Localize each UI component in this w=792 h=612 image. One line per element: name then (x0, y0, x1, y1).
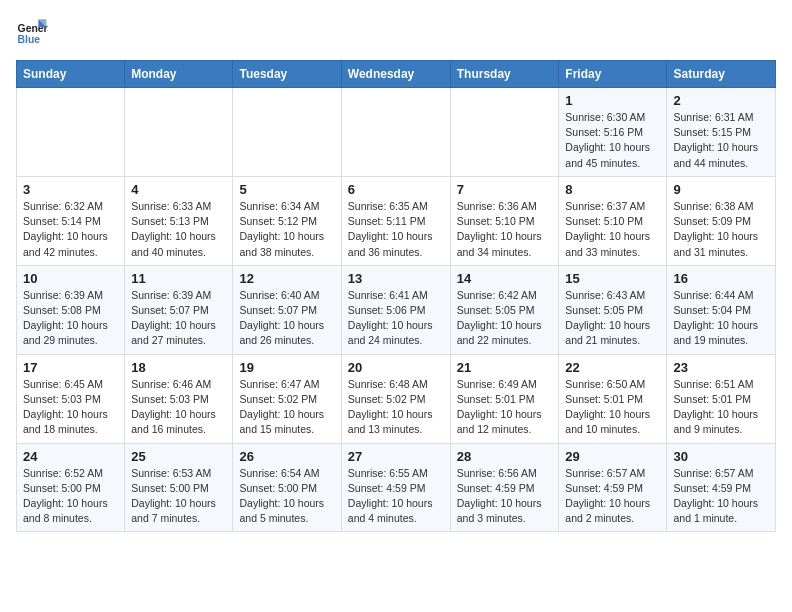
day-number: 13 (348, 271, 444, 286)
calendar-day-cell: 7Sunrise: 6:36 AM Sunset: 5:10 PM Daylig… (450, 176, 559, 265)
calendar-day-cell: 24Sunrise: 6:52 AM Sunset: 5:00 PM Dayli… (17, 443, 125, 532)
day-info: Sunrise: 6:42 AM Sunset: 5:05 PM Dayligh… (457, 288, 553, 349)
day-info: Sunrise: 6:41 AM Sunset: 5:06 PM Dayligh… (348, 288, 444, 349)
day-number: 18 (131, 360, 226, 375)
day-number: 16 (673, 271, 769, 286)
day-number: 9 (673, 182, 769, 197)
calendar-week-row: 17Sunrise: 6:45 AM Sunset: 5:03 PM Dayli… (17, 354, 776, 443)
day-number: 22 (565, 360, 660, 375)
calendar-table: SundayMondayTuesdayWednesdayThursdayFrid… (16, 60, 776, 532)
day-info: Sunrise: 6:47 AM Sunset: 5:02 PM Dayligh… (239, 377, 334, 438)
logo-icon: General Blue (16, 16, 48, 48)
weekday-header-cell: Tuesday (233, 61, 341, 88)
calendar-day-cell (233, 88, 341, 177)
calendar-day-cell: 8Sunrise: 6:37 AM Sunset: 5:10 PM Daylig… (559, 176, 667, 265)
weekday-header-row: SundayMondayTuesdayWednesdayThursdayFrid… (17, 61, 776, 88)
calendar-day-cell: 2Sunrise: 6:31 AM Sunset: 5:15 PM Daylig… (667, 88, 776, 177)
day-number: 30 (673, 449, 769, 464)
calendar-day-cell: 25Sunrise: 6:53 AM Sunset: 5:00 PM Dayli… (125, 443, 233, 532)
calendar-day-cell: 4Sunrise: 6:33 AM Sunset: 5:13 PM Daylig… (125, 176, 233, 265)
calendar-day-cell: 28Sunrise: 6:56 AM Sunset: 4:59 PM Dayli… (450, 443, 559, 532)
day-info: Sunrise: 6:34 AM Sunset: 5:12 PM Dayligh… (239, 199, 334, 260)
day-info: Sunrise: 6:57 AM Sunset: 4:59 PM Dayligh… (673, 466, 769, 527)
header: General Blue (16, 16, 776, 48)
day-info: Sunrise: 6:30 AM Sunset: 5:16 PM Dayligh… (565, 110, 660, 171)
day-number: 14 (457, 271, 553, 286)
day-number: 11 (131, 271, 226, 286)
day-number: 12 (239, 271, 334, 286)
day-info: Sunrise: 6:36 AM Sunset: 5:10 PM Dayligh… (457, 199, 553, 260)
day-info: Sunrise: 6:49 AM Sunset: 5:01 PM Dayligh… (457, 377, 553, 438)
calendar-day-cell: 12Sunrise: 6:40 AM Sunset: 5:07 PM Dayli… (233, 265, 341, 354)
day-number: 28 (457, 449, 553, 464)
day-number: 7 (457, 182, 553, 197)
day-info: Sunrise: 6:48 AM Sunset: 5:02 PM Dayligh… (348, 377, 444, 438)
calendar-day-cell: 16Sunrise: 6:44 AM Sunset: 5:04 PM Dayli… (667, 265, 776, 354)
day-info: Sunrise: 6:52 AM Sunset: 5:00 PM Dayligh… (23, 466, 118, 527)
calendar-day-cell: 9Sunrise: 6:38 AM Sunset: 5:09 PM Daylig… (667, 176, 776, 265)
day-info: Sunrise: 6:40 AM Sunset: 5:07 PM Dayligh… (239, 288, 334, 349)
logo: General Blue (16, 16, 48, 48)
day-number: 26 (239, 449, 334, 464)
calendar-day-cell: 21Sunrise: 6:49 AM Sunset: 5:01 PM Dayli… (450, 354, 559, 443)
day-number: 2 (673, 93, 769, 108)
weekday-header-cell: Friday (559, 61, 667, 88)
day-info: Sunrise: 6:54 AM Sunset: 5:00 PM Dayligh… (239, 466, 334, 527)
calendar-day-cell: 27Sunrise: 6:55 AM Sunset: 4:59 PM Dayli… (341, 443, 450, 532)
calendar-day-cell: 11Sunrise: 6:39 AM Sunset: 5:07 PM Dayli… (125, 265, 233, 354)
calendar-day-cell: 10Sunrise: 6:39 AM Sunset: 5:08 PM Dayli… (17, 265, 125, 354)
calendar-day-cell: 30Sunrise: 6:57 AM Sunset: 4:59 PM Dayli… (667, 443, 776, 532)
day-info: Sunrise: 6:50 AM Sunset: 5:01 PM Dayligh… (565, 377, 660, 438)
day-number: 10 (23, 271, 118, 286)
calendar-day-cell: 13Sunrise: 6:41 AM Sunset: 5:06 PM Dayli… (341, 265, 450, 354)
day-number: 24 (23, 449, 118, 464)
day-info: Sunrise: 6:31 AM Sunset: 5:15 PM Dayligh… (673, 110, 769, 171)
day-info: Sunrise: 6:51 AM Sunset: 5:01 PM Dayligh… (673, 377, 769, 438)
calendar-day-cell: 20Sunrise: 6:48 AM Sunset: 5:02 PM Dayli… (341, 354, 450, 443)
day-number: 19 (239, 360, 334, 375)
svg-text:Blue: Blue (18, 34, 41, 45)
day-number: 21 (457, 360, 553, 375)
day-number: 6 (348, 182, 444, 197)
day-info: Sunrise: 6:32 AM Sunset: 5:14 PM Dayligh… (23, 199, 118, 260)
day-info: Sunrise: 6:55 AM Sunset: 4:59 PM Dayligh… (348, 466, 444, 527)
calendar-day-cell: 23Sunrise: 6:51 AM Sunset: 5:01 PM Dayli… (667, 354, 776, 443)
day-info: Sunrise: 6:38 AM Sunset: 5:09 PM Dayligh… (673, 199, 769, 260)
weekday-header-cell: Saturday (667, 61, 776, 88)
day-number: 1 (565, 93, 660, 108)
day-number: 27 (348, 449, 444, 464)
day-info: Sunrise: 6:37 AM Sunset: 5:10 PM Dayligh… (565, 199, 660, 260)
calendar-week-row: 24Sunrise: 6:52 AM Sunset: 5:00 PM Dayli… (17, 443, 776, 532)
calendar-day-cell: 29Sunrise: 6:57 AM Sunset: 4:59 PM Dayli… (559, 443, 667, 532)
calendar-week-row: 3Sunrise: 6:32 AM Sunset: 5:14 PM Daylig… (17, 176, 776, 265)
calendar-day-cell (17, 88, 125, 177)
day-info: Sunrise: 6:56 AM Sunset: 4:59 PM Dayligh… (457, 466, 553, 527)
calendar-day-cell: 5Sunrise: 6:34 AM Sunset: 5:12 PM Daylig… (233, 176, 341, 265)
day-info: Sunrise: 6:57 AM Sunset: 4:59 PM Dayligh… (565, 466, 660, 527)
day-info: Sunrise: 6:44 AM Sunset: 5:04 PM Dayligh… (673, 288, 769, 349)
calendar-day-cell: 6Sunrise: 6:35 AM Sunset: 5:11 PM Daylig… (341, 176, 450, 265)
day-info: Sunrise: 6:39 AM Sunset: 5:07 PM Dayligh… (131, 288, 226, 349)
calendar-day-cell: 19Sunrise: 6:47 AM Sunset: 5:02 PM Dayli… (233, 354, 341, 443)
weekday-header-cell: Wednesday (341, 61, 450, 88)
calendar-day-cell (341, 88, 450, 177)
day-number: 4 (131, 182, 226, 197)
calendar-day-cell: 1Sunrise: 6:30 AM Sunset: 5:16 PM Daylig… (559, 88, 667, 177)
calendar-day-cell: 22Sunrise: 6:50 AM Sunset: 5:01 PM Dayli… (559, 354, 667, 443)
day-info: Sunrise: 6:33 AM Sunset: 5:13 PM Dayligh… (131, 199, 226, 260)
calendar-week-row: 1Sunrise: 6:30 AM Sunset: 5:16 PM Daylig… (17, 88, 776, 177)
day-info: Sunrise: 6:35 AM Sunset: 5:11 PM Dayligh… (348, 199, 444, 260)
calendar-day-cell: 3Sunrise: 6:32 AM Sunset: 5:14 PM Daylig… (17, 176, 125, 265)
day-number: 5 (239, 182, 334, 197)
weekday-header-cell: Thursday (450, 61, 559, 88)
day-number: 15 (565, 271, 660, 286)
weekday-header-cell: Monday (125, 61, 233, 88)
day-info: Sunrise: 6:39 AM Sunset: 5:08 PM Dayligh… (23, 288, 118, 349)
calendar-week-row: 10Sunrise: 6:39 AM Sunset: 5:08 PM Dayli… (17, 265, 776, 354)
day-number: 20 (348, 360, 444, 375)
calendar-day-cell (125, 88, 233, 177)
day-number: 8 (565, 182, 660, 197)
calendar-day-cell: 15Sunrise: 6:43 AM Sunset: 5:05 PM Dayli… (559, 265, 667, 354)
day-info: Sunrise: 6:43 AM Sunset: 5:05 PM Dayligh… (565, 288, 660, 349)
calendar-day-cell (450, 88, 559, 177)
